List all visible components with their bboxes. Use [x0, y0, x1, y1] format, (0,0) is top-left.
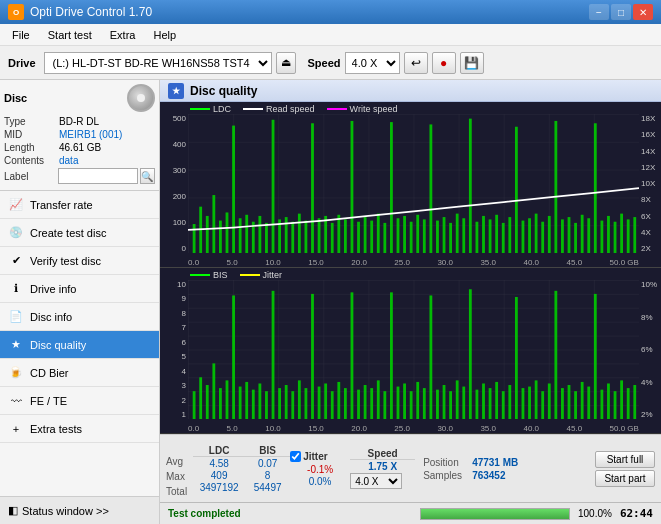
disc-quality-icon: ★ — [8, 337, 24, 353]
progress-bar — [420, 508, 570, 520]
disc-label: Disc — [4, 92, 27, 104]
eject-button[interactable]: ⏏ — [276, 52, 296, 74]
avg-bis: 0.07 — [245, 458, 290, 469]
svg-rect-43 — [462, 218, 465, 253]
nav-disc-quality[interactable]: ★ Disc quality — [0, 331, 159, 359]
svg-rect-65 — [607, 216, 610, 253]
svg-rect-79 — [239, 387, 242, 419]
svg-rect-86 — [285, 385, 288, 419]
nav-disc-info-label: Disc info — [30, 311, 72, 323]
svg-rect-26 — [351, 121, 354, 253]
svg-rect-14 — [272, 120, 275, 253]
svg-rect-62 — [587, 218, 590, 253]
app-icon: O — [8, 4, 24, 20]
svg-rect-126 — [548, 383, 551, 419]
nav-verify-test-disc[interactable]: ✔ Verify test disc — [0, 247, 159, 275]
chart1-yaxis-left: 5004003002001000 — [160, 102, 188, 267]
nav-fe-te[interactable]: 〰 FE / TE — [0, 387, 159, 415]
svg-rect-2 — [193, 224, 196, 253]
label-icon-button[interactable]: 🔍 — [140, 168, 155, 184]
nav-drive-info[interactable]: ℹ Drive info — [0, 275, 159, 303]
start-full-button[interactable]: Start full — [595, 451, 655, 468]
svg-rect-18 — [298, 214, 301, 253]
record-button[interactable]: ● — [432, 52, 456, 74]
menu-file[interactable]: File — [4, 27, 38, 43]
svg-rect-37 — [423, 219, 426, 253]
svg-rect-129 — [568, 385, 571, 419]
svg-rect-69 — [633, 217, 636, 253]
contents-value: data — [59, 155, 155, 166]
svg-rect-63 — [594, 123, 597, 253]
svg-rect-85 — [278, 388, 281, 419]
nav-extra-tests[interactable]: + Extra tests — [0, 415, 159, 443]
speed-column: Speed 1.75 X 4.0 X — [350, 448, 415, 489]
menu-starttest[interactable]: Start test — [40, 27, 100, 43]
svg-rect-118 — [495, 382, 498, 419]
svg-rect-136 — [614, 391, 617, 419]
mid-value: MEIRB1 (001) — [59, 129, 155, 140]
menu-extra[interactable]: Extra — [102, 27, 144, 43]
label-input[interactable] — [58, 168, 138, 184]
extra-tests-icon: + — [8, 421, 24, 437]
disc-icon — [127, 84, 155, 112]
nav-drive-info-label: Drive info — [30, 283, 76, 295]
status-window-icon: ◧ — [8, 504, 18, 517]
bis-chart: BIS Jitter 10987654321 10%8%6%4%2% — [160, 268, 661, 434]
svg-rect-80 — [245, 382, 248, 419]
disc-info-icon: 📄 — [8, 309, 24, 325]
close-button[interactable]: ✕ — [633, 4, 653, 20]
save-button[interactable]: 💾 — [460, 52, 484, 74]
nav-create-test-disc[interactable]: 💿 Create test disc — [0, 219, 159, 247]
svg-rect-105 — [410, 391, 413, 419]
avg-jitter: -0.1% — [290, 464, 350, 475]
svg-rect-77 — [226, 380, 229, 419]
jitter-col-header: Jitter — [303, 451, 327, 462]
status-window-button[interactable]: ◧ Status window >> — [0, 496, 159, 524]
progress-fill — [421, 509, 569, 519]
speed-select[interactable]: 4.0 X — [345, 52, 400, 74]
svg-rect-90 — [311, 294, 314, 419]
start-part-button[interactable]: Start part — [595, 470, 655, 487]
refresh-button[interactable]: ↩ — [404, 52, 428, 74]
svg-rect-102 — [390, 292, 393, 419]
main-layout: Disc Type BD-R DL MID MEIRB1 (001) Lengt… — [0, 80, 661, 524]
drive-select[interactable]: (L:) HL-DT-ST BD-RE WH16NS58 TST4 — [44, 52, 272, 74]
svg-rect-75 — [212, 363, 215, 419]
verify-test-icon: ✔ — [8, 253, 24, 269]
svg-rect-96 — [351, 292, 354, 419]
speed-dropdown[interactable]: 4.0 X — [350, 473, 402, 489]
menu-help[interactable]: Help — [145, 27, 184, 43]
svg-rect-42 — [456, 214, 459, 253]
chart1-legend: LDC Read speed Write speed — [190, 104, 397, 114]
svg-rect-108 — [429, 295, 432, 419]
ldc-col-header: LDC — [193, 445, 245, 457]
nav-cd-bier[interactable]: 🍺 CD Bier — [0, 359, 159, 387]
samples-row: Samples 763452 — [423, 470, 518, 481]
nav-transfer-rate[interactable]: 📈 Transfer rate — [0, 191, 159, 219]
max-jitter: 0.0% — [290, 476, 350, 487]
disc-info-table: Type BD-R DL MID MEIRB1 (001) Length 46.… — [4, 116, 155, 184]
svg-rect-49 — [502, 223, 505, 253]
svg-rect-45 — [476, 222, 479, 253]
jitter-checkbox[interactable] — [290, 451, 301, 462]
jitter-color — [240, 274, 260, 276]
svg-rect-87 — [291, 391, 294, 419]
svg-rect-121 — [515, 297, 518, 419]
svg-rect-7 — [226, 212, 229, 253]
svg-rect-6 — [219, 221, 222, 253]
position-value: 47731 MB — [472, 457, 518, 468]
svg-rect-57 — [554, 121, 557, 253]
minimize-button[interactable]: − — [589, 4, 609, 20]
bis-column: BIS 0.07 8 54497 — [245, 445, 290, 493]
maximize-button[interactable]: □ — [611, 4, 631, 20]
svg-rect-46 — [482, 216, 485, 253]
svg-rect-54 — [535, 214, 538, 253]
svg-rect-34 — [403, 216, 406, 253]
svg-rect-111 — [449, 391, 452, 419]
mid-label: MID — [4, 129, 59, 140]
svg-rect-44 — [469, 119, 472, 253]
fe-te-icon: 〰 — [8, 393, 24, 409]
svg-rect-30 — [377, 214, 380, 253]
nav-disc-info[interactable]: 📄 Disc info — [0, 303, 159, 331]
max-bis: 8 — [245, 470, 290, 481]
